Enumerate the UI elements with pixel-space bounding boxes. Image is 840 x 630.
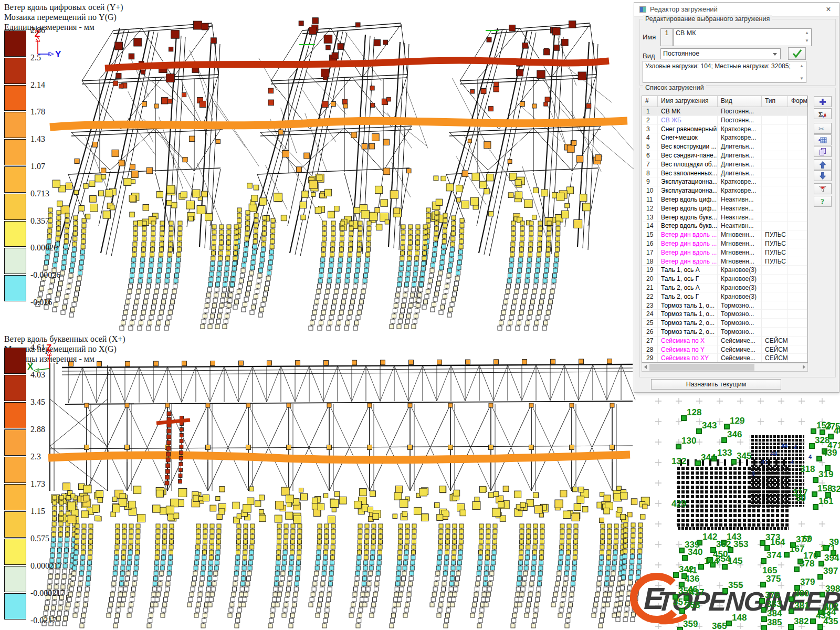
loadcase-row[interactable]: 4Снег+мешокКратковре... [642,133,807,142]
kind-select[interactable]: Постоянное [660,48,781,59]
loadcase-row[interactable]: 29Сейсмика по XYСейсмиче...СЕЙСМ [642,354,807,363]
cell-num: 16 [642,239,658,248]
loadcase-row[interactable]: 24Тормоз таль 1, о...Тормозно... [642,310,807,319]
loadcase-row[interactable]: 21Таль 2, ось АКрановое(3) [642,284,807,292]
column-header-4[interactable]: Форм [788,96,807,107]
close-icon[interactable]: × [823,4,834,15]
loadcase-row[interactable]: 13Ветер вдоль букв...Неактивн... [642,213,807,222]
cell-type [762,125,788,134]
plan-node-number: 128 [687,407,701,418]
loadcase-row[interactable]: 23Тормоз таль 1, о...Тормозно... [642,301,807,310]
scale-tick-label: 3.45 [30,397,45,407]
loadcase-row[interactable]: 7Вес площадки об...Длительн... [642,160,807,169]
loadcase-row[interactable]: 2СВ ЖБПостоянн... [642,116,807,125]
column-header-1[interactable]: Имя загружения [658,96,718,107]
loadcase-row[interactable]: 3Снег равномерныйКратковре... [642,125,807,134]
scrollbar-thumb[interactable] [649,364,754,371]
plan-node-number: 129 [730,416,744,426]
cell-num: 2 [642,116,658,125]
scale-tick-label: 2.14 [30,80,45,90]
cell-kind: Мгновенн... [718,248,762,257]
cell-type: СЕЙСМ [762,354,788,363]
loadcase-row[interactable]: 14Ветер вдоль букв...Неактивн... [642,222,807,230]
cell-form [788,116,807,125]
scale-color-block [4,221,26,247]
plan-node-number: 148 [732,613,747,623]
cell-name: Таль 1, ось А [658,266,718,275]
cell-kind: Крановое(3) [718,284,762,292]
cell-num: 17 [642,248,658,257]
scroll-up-icon[interactable]: ▲ [799,64,805,68]
copy-loadcase-button[interactable] [814,146,832,157]
spin-down-icon[interactable]: ▼ [804,38,810,43]
scale-tick-label: -0.0217 [30,616,56,625]
svg-text:Y: Y [55,49,61,59]
plan-node-number: 164 [770,537,785,548]
cell-kind: Длительн... [718,160,762,169]
cell-form [788,337,807,345]
spin-up-icon[interactable]: ▲ [804,30,810,35]
plan-node-number: 46 [834,426,840,436]
sum-combination-button[interactable]: Σ [814,108,832,119]
loadcase-number-field[interactable]: 1 [660,28,673,46]
loadcase-row[interactable]: 19Таль 1, ось АКрановое(3) [642,266,807,275]
loadcase-row[interactable]: 17Ветер дин вдоль ...Мгновенн...ПУЛЬС [642,248,807,257]
plan-node-marker [698,564,704,570]
loadcase-row[interactable]: 15Ветер дин вдоль ...Мгновенн...ПУЛЬС [642,230,807,239]
loadcase-row[interactable]: 10Эксплуатационна...Кратковре... [642,186,807,195]
column-header-3[interactable]: Тип [762,96,788,107]
loadcase-row[interactable]: 5Вес конструкции ...Длительн... [642,142,807,151]
move-up-button[interactable] [814,159,832,170]
cell-name: СВ МК [658,107,718,116]
cell-name: Таль 1, ось Г [658,275,718,284]
cell-type [762,142,788,151]
loadcase-row[interactable]: 12Ветер вдоль циф...Неактивн... [642,204,807,213]
loadcase-row[interactable]: 25Тормоз таль 2, о...Тормозно... [642,319,807,328]
loadcase-row[interactable]: 6Вес сэндвич-пане...Длительн... [642,151,807,160]
loadcase-info-box: Узловые нагрузки: 104; Местные нагрузки:… [643,61,806,83]
loadcase-row[interactable]: 1СВ МКПостоянн... [642,107,807,116]
scroll-right-icon[interactable] [803,365,805,369]
help-button[interactable]: ? [814,196,832,207]
cell-type: ПУЛЬС [762,257,788,266]
loadcase-row[interactable]: 16Ветер дин вдоль ...Мгновенн...ПУЛЬС [642,239,807,248]
plan-node-marker [784,552,790,558]
column-header-0[interactable]: # [642,96,658,107]
loadcase-row[interactable]: 28Сейсмика по YСейсмиче...СЕЙСМ [642,345,807,354]
horizontal-scrollbar[interactable] [642,363,808,372]
loadcase-row[interactable]: 26Тормоз таль 2, о...Тормозно... [642,328,807,337]
loadcase-row[interactable]: 8Вес заполненных...Длительн... [642,169,807,178]
loadcase-row[interactable]: 20Таль 1, ось ГКрановое(3) [642,275,807,284]
move-down-button[interactable] [814,170,832,181]
add-loadcase-button[interactable] [814,96,832,107]
cell-kind: Длительн... [718,169,762,178]
scale-tick-label: 0.00026 [30,243,58,253]
loadcase-row[interactable]: 11Ветер вдоль циф...Неактивн... [642,195,807,204]
loadcase-name-field[interactable]: СВ МК ▲ ▼ [673,28,812,46]
filter-button[interactable] [814,183,832,194]
plan-node-number: 434 [821,607,836,617]
assign-current-button[interactable]: Назначить текущим [651,379,781,390]
cell-form [788,248,807,257]
scroll-left-icon[interactable] [644,365,647,369]
scroll-down-icon[interactable]: ▼ [799,76,805,81]
cell-name: СВ ЖБ [658,116,718,125]
cell-num: 28 [642,345,658,354]
loadcase-row[interactable]: 18Ветер дин вдоль ...Мгновенн...ПУЛЬС [642,257,807,266]
legend-bottom: Ветер вдоль буквенных осей (X+)Мозаика п… [0,332,116,626]
loadcase-row[interactable]: 9Эксплуатационна...Кратковре... [642,177,807,186]
delete-loadcase-button[interactable]: ✂ [814,123,832,134]
cell-form [788,319,807,328]
apply-button[interactable] [788,47,806,60]
cell-num: 18 [642,257,658,266]
plan-node-marker [722,588,728,594]
dialog-titlebar[interactable]: Редактор загружений × [634,3,839,17]
insert-loadcase-button[interactable] [814,134,832,145]
cell-form [788,177,807,186]
column-header-2[interactable]: Вид [718,96,762,107]
loadcase-row[interactable]: 27Сейсмика по XСейсмиче...СЕЙСМ [642,337,807,345]
cell-name: Ветер дин вдоль ... [658,257,718,266]
loadcase-row[interactable]: 22Таль 2, ось ГКрановое(3) [642,292,807,301]
table-insert-icon [818,136,827,144]
arrow-up-icon [818,161,827,169]
